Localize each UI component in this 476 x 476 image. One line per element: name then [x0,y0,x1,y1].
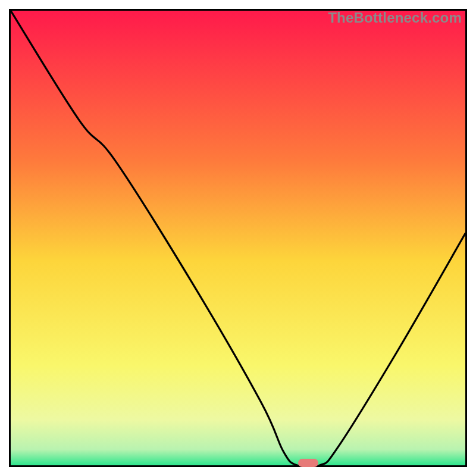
svg-rect-0 [11,11,465,465]
watermark-text: TheBottleneck.com [328,10,462,26]
optimum-marker [298,459,318,467]
plot-frame: TheBottleneck.com [9,9,467,467]
plot-background [11,11,465,465]
